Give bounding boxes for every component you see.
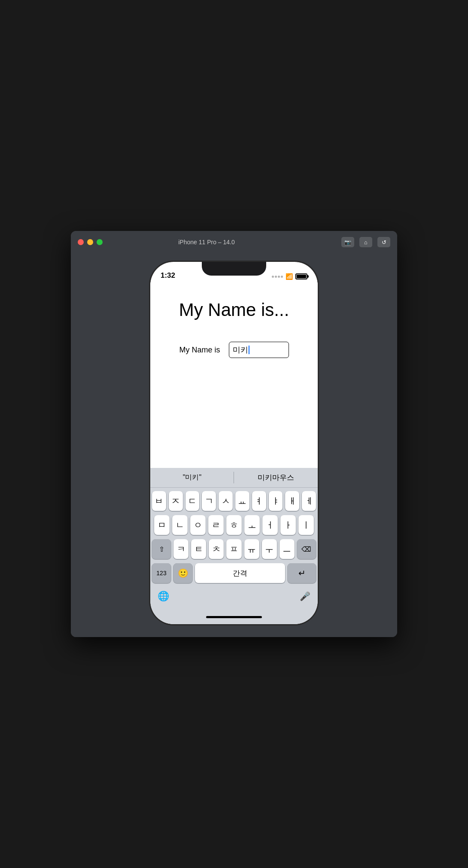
battery-icon bbox=[295, 273, 307, 279]
home-bar bbox=[206, 616, 262, 618]
key-ㅂ[interactable]: ㅂ bbox=[152, 491, 166, 511]
key-ㅏ[interactable]: ㅏ bbox=[280, 515, 296, 535]
key-ㅁ[interactable]: ㅁ bbox=[154, 515, 170, 535]
home-indicator bbox=[150, 610, 318, 624]
key-ㅍ[interactable]: ㅍ bbox=[226, 539, 241, 559]
form-label: My Name is bbox=[179, 346, 220, 355]
mic-key[interactable]: 🎤 bbox=[295, 586, 314, 606]
key-ㄴ[interactable]: ㄴ bbox=[172, 515, 188, 535]
keyboard-bottom-row: 🌐 🎤 bbox=[150, 585, 318, 610]
key-ㅌ[interactable]: ㅌ bbox=[191, 539, 206, 559]
status-icons: 📶 bbox=[272, 273, 307, 280]
space-key[interactable]: 간격 bbox=[195, 563, 285, 583]
shift-key[interactable]: ⇧ bbox=[152, 539, 171, 559]
key-ㅔ[interactable]: ㅔ bbox=[302, 491, 316, 511]
keyboard-rows: ㅂ ㅈ ㄷ ㄱ ㅅ ㅛ ㅕ ㅑ ㅐ ㅔ bbox=[150, 488, 318, 585]
window-title: iPhone 11 Pro – 14.0 bbox=[109, 239, 304, 246]
input-text: 미키 bbox=[233, 345, 248, 355]
return-key[interactable]: ↵ bbox=[288, 563, 316, 583]
key-ㅈ[interactable]: ㅈ bbox=[169, 491, 183, 511]
simulator-window: iPhone 11 Pro – 14.0 📷 ⌂ ↺ 1:32 bbox=[71, 231, 397, 637]
key-ㅠ[interactable]: ㅠ bbox=[244, 539, 259, 559]
key-ㅡ[interactable]: ㅡ bbox=[280, 539, 295, 559]
autocomplete-item-0[interactable]: "미키" bbox=[150, 468, 234, 487]
keyboard-row-4: 123 🙂 간격 ↵ bbox=[152, 563, 316, 583]
key-ㅊ[interactable]: ㅊ bbox=[209, 539, 224, 559]
key-ㅅ[interactable]: ㅅ bbox=[219, 491, 233, 511]
screenshot-icon[interactable]: 📷 bbox=[341, 237, 354, 247]
emoji-key[interactable]: 🙂 bbox=[173, 563, 192, 583]
globe-key[interactable]: 🌐 bbox=[154, 586, 173, 606]
key-ㄹ[interactable]: ㄹ bbox=[208, 515, 224, 535]
backspace-key[interactable]: ⌫ bbox=[297, 539, 316, 559]
keyboard-row-1: ㅂ ㅈ ㄷ ㄱ ㅅ ㅛ ㅕ ㅑ ㅐ ㅔ bbox=[152, 491, 316, 511]
form-row: My Name is 미키 bbox=[159, 342, 309, 358]
minimize-button[interactable] bbox=[87, 239, 93, 245]
dot3 bbox=[278, 276, 280, 278]
app-content: My Name is... My Name is 미키 bbox=[150, 282, 318, 624]
key-ㄱ[interactable]: ㄱ bbox=[202, 491, 216, 511]
battery-fill bbox=[297, 275, 306, 278]
signal-icon bbox=[272, 276, 283, 278]
toolbar-icons: 📷 ⌂ ↺ bbox=[341, 237, 390, 247]
key-ㅣ[interactable]: ㅣ bbox=[298, 515, 314, 535]
name-input[interactable]: 미키 bbox=[229, 342, 289, 358]
phone-wrapper: 1:32 📶 bbox=[71, 253, 397, 637]
key-ㅑ[interactable]: ㅑ bbox=[269, 491, 283, 511]
content-area: My Name is... My Name is 미키 bbox=[150, 282, 318, 468]
close-button[interactable] bbox=[78, 239, 84, 245]
key-ㄷ[interactable]: ㄷ bbox=[185, 491, 200, 511]
dot2 bbox=[275, 276, 277, 278]
autocomplete-bar: "미키" 미키마우스 bbox=[150, 468, 318, 488]
title-bar: iPhone 11 Pro – 14.0 📷 ⌂ ↺ bbox=[71, 231, 397, 253]
numbers-key[interactable]: 123 bbox=[152, 563, 171, 583]
text-cursor bbox=[249, 346, 249, 354]
key-ㅗ[interactable]: ㅗ bbox=[244, 515, 260, 535]
dot4 bbox=[281, 276, 283, 278]
autocomplete-item-1[interactable]: 미키마우스 bbox=[234, 468, 318, 487]
key-ㅇ[interactable]: ㅇ bbox=[190, 515, 206, 535]
key-ㅕ[interactable]: ㅕ bbox=[252, 491, 266, 511]
key-ㅎ[interactable]: ㅎ bbox=[226, 515, 242, 535]
screen: 1:32 📶 bbox=[150, 262, 318, 624]
wifi-icon: 📶 bbox=[286, 273, 293, 280]
key-ㅓ[interactable]: ㅓ bbox=[262, 515, 278, 535]
home-icon[interactable]: ⌂ bbox=[359, 237, 372, 247]
dot1 bbox=[272, 276, 274, 278]
keyboard-row-2: ㅁ ㄴ ㅇ ㄹ ㅎ ㅗ ㅓ ㅏ ㅣ bbox=[152, 515, 316, 535]
status-time: 1:32 bbox=[161, 271, 175, 280]
rotate-icon[interactable]: ↺ bbox=[377, 237, 390, 247]
key-ㅛ[interactable]: ㅛ bbox=[235, 491, 249, 511]
keyboard-row-3: ⇧ ㅋ ㅌ ㅊ ㅍ ㅠ ㅜ ㅡ ⌫ bbox=[152, 539, 316, 559]
key-ㅋ[interactable]: ㅋ bbox=[173, 539, 188, 559]
key-ㅐ[interactable]: ㅐ bbox=[285, 491, 299, 511]
keyboard-area: "미키" 미키마우스 ㅂ ㅈ ㄷ bbox=[150, 468, 318, 624]
maximize-button[interactable] bbox=[97, 239, 103, 245]
key-ㅜ[interactable]: ㅜ bbox=[262, 539, 277, 559]
notch bbox=[202, 262, 266, 276]
iphone-frame: 1:32 📶 bbox=[150, 262, 318, 624]
app-title: My Name is... bbox=[159, 300, 309, 320]
